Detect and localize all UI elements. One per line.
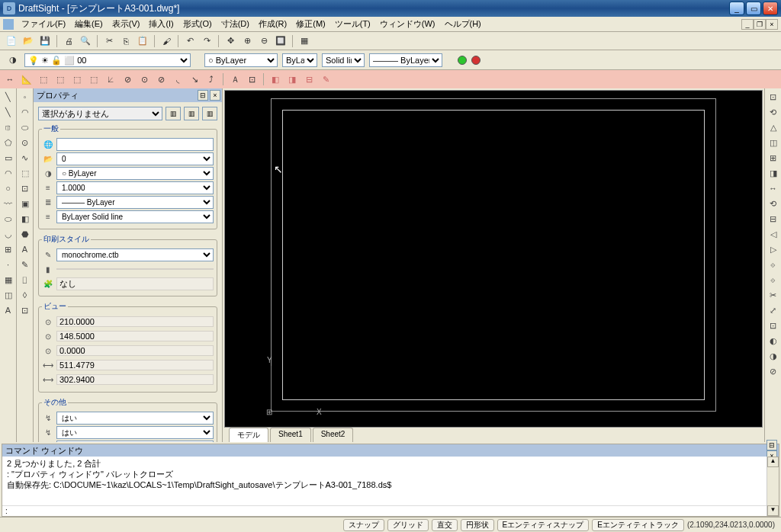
sb-esnap[interactable]: Eエンティティスナップ (497, 519, 590, 531)
menu-window[interactable]: ウィンドウ(W) (375, 17, 440, 31)
t2-13-icon[interactable]: ⌷ (18, 273, 32, 287)
print-icon[interactable]: 🖨 (62, 34, 76, 48)
other2-field[interactable]: はい (56, 426, 214, 439)
other1-field[interactable]: はい (56, 412, 214, 425)
hyperlink-field[interactable] (56, 138, 214, 151)
r18-icon[interactable]: ◑ (767, 349, 780, 363)
r15-icon[interactable]: ⤢ (767, 303, 780, 317)
t2-6-icon[interactable]: ⬚ (18, 166, 32, 180)
prop-pin-icon[interactable]: ⊟ (198, 90, 208, 101)
move-icon[interactable]: ↔ (3, 72, 17, 86)
region-icon[interactable]: ◫ (2, 288, 15, 302)
t2-14-icon[interactable]: ◊ (18, 288, 32, 302)
tab-sheet1[interactable]: Sheet1 (270, 428, 311, 442)
mdi-min[interactable]: _ (741, 19, 754, 30)
layer-select[interactable]: 💡 ☀ 🔓 ⬜ 00 (24, 53, 191, 67)
lineweight-select[interactable]: ByLayer (282, 53, 317, 67)
linestyle-field[interactable]: ByLayer Solid line (56, 210, 214, 223)
layer-color-icon[interactable]: ◑ (6, 53, 20, 67)
menu-draw[interactable]: 作成(R) (254, 17, 291, 31)
menu-help[interactable]: ヘルプ(H) (440, 17, 486, 31)
r6-icon[interactable]: ◨ (767, 166, 780, 180)
t2-1-icon[interactable]: ◦ (18, 90, 32, 104)
r19-icon[interactable]: ⊘ (767, 364, 780, 378)
polygon-icon[interactable]: ⬠ (2, 136, 15, 149)
ellipse-icon[interactable]: ⬭ (2, 212, 15, 226)
redo-icon[interactable]: ↷ (200, 34, 214, 48)
minimize-button[interactable]: _ (729, 2, 744, 15)
undo-icon[interactable]: ↶ (183, 34, 197, 48)
cut-icon[interactable]: ✂ (102, 34, 116, 48)
t2-4-icon[interactable]: ⊙ (18, 136, 32, 149)
linetype-field[interactable]: ——— ByLayer (56, 196, 214, 209)
text-icon[interactable]: A (2, 303, 15, 317)
dim-dia-icon[interactable]: ⊘ (121, 72, 134, 86)
mdi-restore[interactable]: ❐ (754, 19, 766, 30)
rect-icon[interactable]: ▭ (2, 151, 15, 165)
r1-icon[interactable]: ⊡ (767, 90, 780, 104)
selection-combo[interactable]: 選択がありません (38, 107, 162, 120)
r11-icon[interactable]: ▷ (767, 242, 780, 256)
scroll-down-icon[interactable]: ▼ (767, 505, 779, 516)
t2-12-icon[interactable]: ✎ (18, 258, 32, 271)
r5-icon[interactable]: ⊞ (767, 151, 780, 165)
t2-8-icon[interactable]: ▣ (18, 197, 32, 210)
tab-sheet2[interactable]: Sheet2 (313, 428, 354, 442)
sb-ortho[interactable]: 直交 (432, 519, 458, 531)
zoom-out-icon[interactable]: ⊖ (257, 34, 271, 48)
cmd-scrollbar[interactable]: ▲ ▼ (767, 457, 779, 516)
leader-icon[interactable]: Ａ (228, 72, 242, 86)
dim-arc-icon[interactable]: ◟ (171, 72, 185, 86)
pline-icon[interactable]: ⎅ (2, 120, 15, 134)
dim-rad2-icon[interactable]: ⊘ (154, 72, 168, 86)
cmd-pin-icon[interactable]: ⊟ (767, 440, 777, 450)
mdi-close[interactable]: × (766, 19, 778, 30)
dimupdate-icon[interactable]: ⊟ (302, 72, 316, 86)
sb-polar[interactable]: 円形状 (461, 519, 494, 531)
r7-icon[interactable]: ↔ (767, 181, 780, 195)
xline-icon[interactable]: ╲ (2, 105, 15, 119)
zoom-window-icon[interactable]: 🔲 (274, 34, 288, 48)
hatch-icon[interactable]: ▦ (2, 273, 15, 287)
t2-15-icon[interactable]: ⊡ (18, 303, 32, 317)
dim-cen-icon[interactable]: ⊙ (137, 72, 151, 86)
dimtedit-icon[interactable]: ◨ (285, 72, 299, 86)
dim-rad-icon[interactable]: ⬚ (87, 72, 101, 86)
r14-icon[interactable]: ✂ (767, 288, 780, 302)
ellipsearc-icon[interactable]: ◡ (2, 227, 15, 241)
menu-file[interactable]: ファイル(F) (17, 17, 70, 31)
scale-field[interactable]: 1.0000 (56, 181, 214, 194)
t2-10-icon[interactable]: ⬣ (18, 227, 32, 241)
menu-dim[interactable]: 寸法(D) (217, 17, 254, 31)
circle-icon[interactable]: ○ (2, 181, 15, 195)
prop-close-icon[interactable]: × (210, 90, 220, 101)
t2-5-icon[interactable]: ∿ (18, 151, 32, 165)
dimedit-icon[interactable]: ◧ (268, 72, 282, 86)
dimstyle-icon[interactable]: ✎ (319, 72, 333, 86)
save-icon[interactable]: 💾 (38, 34, 52, 48)
ctb-field[interactable]: monochrome.ctb (56, 248, 214, 261)
brush-icon[interactable]: 🖌 (159, 34, 173, 48)
properties-icon[interactable]: ▦ (297, 34, 311, 48)
copy-icon[interactable]: ⎘ (119, 34, 133, 48)
scroll-up-icon[interactable]: ▲ (767, 457, 779, 467)
menu-view[interactable]: 表示(V) (108, 17, 145, 31)
t2-3-icon[interactable]: ⬭ (18, 120, 32, 134)
r12-icon[interactable]: ⟐ (767, 258, 780, 271)
linestyle-select[interactable]: Solid line (322, 53, 365, 67)
drawing-canvas[interactable]: Y X ⊞ ↖ (224, 90, 763, 428)
r9-icon[interactable]: ⊟ (767, 212, 780, 226)
spline-icon[interactable]: 〰 (2, 197, 15, 210)
t2-9-icon[interactable]: ◧ (18, 212, 32, 226)
r4-icon[interactable]: ◫ (767, 136, 780, 149)
arc-icon[interactable]: ◠ (2, 166, 15, 180)
sel-btn2[interactable]: ▥ (184, 107, 199, 120)
dim-ord-icon[interactable]: ⬚ (70, 72, 84, 86)
menu-tools[interactable]: ツール(T) (330, 17, 375, 31)
line-icon[interactable]: ╲ (2, 90, 15, 104)
menu-format[interactable]: 形式(O) (178, 17, 217, 31)
tab-model[interactable]: モデル (229, 428, 268, 442)
r8-icon[interactable]: ⟲ (767, 197, 780, 210)
dim-icon[interactable]: 📐 (20, 72, 34, 86)
pan-icon[interactable]: ✥ (223, 34, 237, 48)
